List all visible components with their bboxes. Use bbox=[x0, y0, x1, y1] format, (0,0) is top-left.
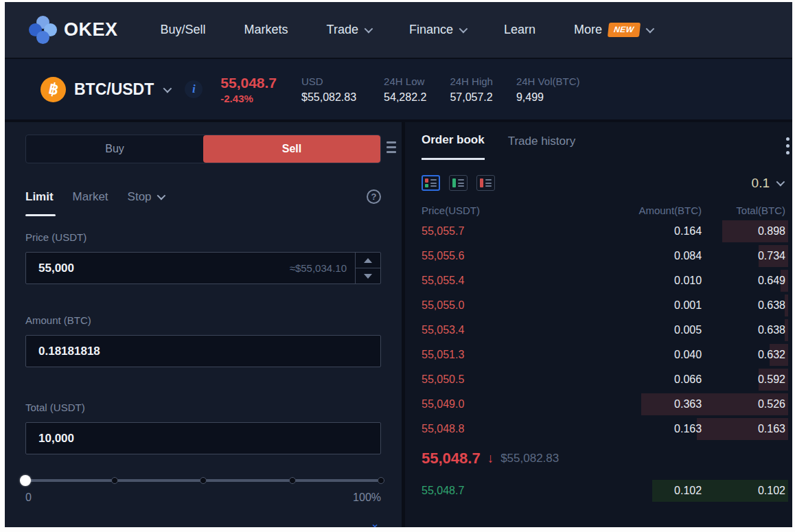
bid-total: 0.102 bbox=[702, 485, 785, 497]
slider-min-label: 0 bbox=[25, 491, 32, 504]
ask-amount: 0.363 bbox=[567, 398, 702, 410]
chevron-down-icon bbox=[645, 25, 654, 34]
stat-24h-low: 24H Low 54,282.2 bbox=[384, 76, 426, 104]
stat-24h-high: 24H High 57,057.2 bbox=[450, 76, 493, 104]
total-input[interactable]: 10,000 bbox=[25, 422, 381, 454]
ask-price: 55,048.8 bbox=[422, 423, 567, 435]
tab-order-book[interactable]: Order book bbox=[422, 133, 485, 160]
view-bids-only-button[interactable] bbox=[449, 175, 468, 191]
step-down-button[interactable] bbox=[356, 268, 380, 284]
last-trade-usd: $55,082.83 bbox=[500, 452, 559, 465]
more-options-icon[interactable] bbox=[786, 137, 790, 154]
order-book-panel: Order book Trade history bbox=[405, 122, 792, 527]
ask-total: 0.649 bbox=[702, 275, 785, 287]
nav-item-more[interactable]: More NEW bbox=[574, 23, 652, 37]
price-approx-usd: ≈$55,034.10 bbox=[290, 262, 355, 274]
amount-value: 0.18181818 bbox=[26, 345, 100, 358]
ask-row[interactable]: 55,050.5 0.066 0.592 bbox=[422, 367, 788, 392]
ask-row[interactable]: 55,055.0 0.001 0.638 bbox=[422, 293, 788, 318]
last-trade-row[interactable]: 55,048.7 ↓ $55,082.83 bbox=[422, 441, 788, 476]
col-total: Total(BTC) bbox=[702, 205, 785, 216]
price-label: Price (USDT) bbox=[25, 231, 381, 243]
brand-name: OKEX bbox=[64, 19, 118, 41]
amount-input[interactable]: 0.18181818 bbox=[25, 335, 381, 367]
price-value: 55,000 bbox=[26, 262, 74, 275]
book-view-switch bbox=[422, 175, 495, 191]
nav-item-learn[interactable]: Learn bbox=[504, 23, 535, 37]
arrow-down-icon bbox=[364, 274, 372, 279]
amount-slider[interactable] bbox=[25, 475, 381, 486]
ask-price: 55,050.5 bbox=[422, 373, 567, 386]
total-value: 10,000 bbox=[26, 432, 74, 446]
ask-amount: 0.066 bbox=[567, 373, 702, 386]
bid-row[interactable]: 55,048.7 0.102 0.102 bbox=[422, 478, 788, 503]
top-nav: OKEX Buy/Sell Markets Trade Finance Lear… bbox=[5, 2, 792, 59]
last-trade-price: 55,048.7 bbox=[422, 450, 481, 467]
col-price: Price(USDT) bbox=[422, 205, 567, 216]
nav-menu: Buy/Sell Markets Trade Finance Learn Mor… bbox=[161, 23, 652, 37]
ask-total: 0.163 bbox=[702, 423, 785, 435]
new-badge: NEW bbox=[608, 23, 641, 37]
col-amount: Amount(BTC) bbox=[567, 205, 702, 216]
ask-amount: 0.010 bbox=[567, 275, 702, 287]
change-24h: -2.43% bbox=[220, 93, 277, 104]
ask-row[interactable]: 55,055.6 0.084 0.734 bbox=[422, 244, 788, 268]
ask-row[interactable]: 55,051.3 0.040 0.632 bbox=[422, 343, 788, 367]
order-book-header: Price(USDT) Amount(BTC) Total(BTC) bbox=[422, 205, 788, 216]
drag-handle-icon[interactable] bbox=[387, 141, 396, 153]
slider-stop-100[interactable] bbox=[378, 477, 384, 484]
slider-stop-25[interactable] bbox=[111, 477, 118, 484]
btc-coin-icon: ฿ bbox=[41, 77, 66, 102]
tab-trade-history[interactable]: Trade history bbox=[508, 135, 576, 159]
ask-price: 55,055.7 bbox=[422, 225, 567, 238]
ask-row[interactable]: 55,053.4 0.005 0.638 bbox=[422, 318, 788, 343]
nav-item-markets[interactable]: Markets bbox=[244, 23, 288, 37]
ask-price: 55,055.4 bbox=[422, 275, 567, 287]
amount-label: Amount (BTC) bbox=[25, 314, 381, 326]
chevron-down-icon bbox=[459, 25, 468, 34]
tab-stop[interactable]: Stop bbox=[128, 190, 163, 204]
ask-row[interactable]: 55,055.4 0.010 0.649 bbox=[422, 268, 788, 293]
view-both-sides-button[interactable] bbox=[422, 175, 440, 191]
screenshot-frame: OKEX Buy/Sell Markets Trade Finance Lear… bbox=[0, 0, 795, 532]
price-input[interactable]: 55,000 ≈$55,034.10 bbox=[25, 252, 381, 284]
nav-item-trade[interactable]: Trade bbox=[327, 23, 371, 37]
bid-amount: 0.102 bbox=[567, 485, 702, 497]
buy-sell-toggle: Buy Sell bbox=[25, 135, 381, 163]
tab-limit[interactable]: Limit bbox=[25, 190, 54, 204]
ask-total: 0.592 bbox=[702, 373, 785, 386]
slider-stop-75[interactable] bbox=[289, 477, 296, 484]
last-price: 55,048.7 bbox=[220, 74, 277, 92]
ask-total: 0.526 bbox=[702, 398, 785, 410]
okex-logo[interactable]: OKEX bbox=[28, 15, 118, 45]
step-up-button[interactable] bbox=[356, 253, 380, 268]
info-icon[interactable]: i bbox=[185, 80, 203, 98]
nav-item-finance[interactable]: Finance bbox=[409, 23, 465, 37]
ask-price: 55,049.0 bbox=[422, 398, 567, 410]
nav-item-buy-sell[interactable]: Buy/Sell bbox=[161, 23, 206, 37]
ask-row[interactable]: 55,055.7 0.164 0.898 bbox=[422, 219, 788, 244]
sell-tab[interactable]: Sell bbox=[203, 135, 380, 163]
chevron-down-icon bbox=[157, 192, 165, 200]
help-icon[interactable]: ? bbox=[367, 189, 381, 204]
okex-trading-app: OKEX Buy/Sell Markets Trade Finance Lear… bbox=[5, 2, 792, 527]
ask-row[interactable]: 55,049.0 0.363 0.526 bbox=[422, 392, 788, 417]
buy-tab[interactable]: Buy bbox=[26, 135, 203, 163]
ask-amount: 0.040 bbox=[567, 349, 702, 361]
precision-dropdown[interactable]: 0.1 bbox=[752, 176, 788, 191]
chevron-down-icon bbox=[365, 25, 373, 34]
split-red-green-icon bbox=[425, 178, 428, 187]
price-stepper bbox=[355, 253, 380, 284]
slider-handle[interactable] bbox=[20, 475, 31, 486]
slider-stop-50[interactable] bbox=[200, 477, 207, 484]
ask-amount: 0.001 bbox=[567, 299, 702, 312]
view-asks-only-button[interactable] bbox=[476, 175, 495, 191]
ask-row[interactable]: 55,048.8 0.163 0.163 bbox=[422, 417, 788, 441]
order-book-toolbar: 0.1 bbox=[422, 175, 788, 191]
ask-amount: 0.005 bbox=[567, 324, 702, 336]
price-down-arrow-icon: ↓ bbox=[487, 451, 494, 466]
tab-market[interactable]: Market bbox=[73, 190, 108, 204]
ask-total: 0.632 bbox=[702, 349, 785, 361]
pair-selector-chevron-icon[interactable] bbox=[163, 84, 172, 93]
active-tab-underline bbox=[25, 214, 56, 216]
